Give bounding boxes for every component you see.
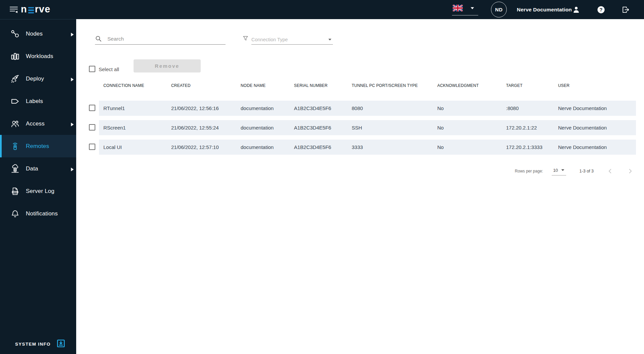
workloads-icon bbox=[10, 51, 20, 61]
select-all-label: Select all bbox=[99, 66, 119, 72]
sidebar-item-label: Labels bbox=[26, 98, 43, 105]
cell-connection-name: Local UI bbox=[103, 144, 171, 150]
help-icon: ? bbox=[597, 5, 605, 14]
hamburger-icon bbox=[9, 6, 18, 14]
logout-button[interactable] bbox=[621, 5, 630, 14]
cell-tunnel-port: 3333 bbox=[352, 144, 437, 150]
sidebar-item-label: Deploy bbox=[26, 75, 44, 82]
column-header: CREATED bbox=[171, 83, 241, 88]
row-checkbox[interactable] bbox=[89, 144, 95, 150]
cell-target: :8080 bbox=[506, 105, 558, 111]
sidebar-item-labels[interactable]: Labels bbox=[0, 90, 76, 112]
table-row-container: RTunnel1 21/06/2022, 12:56:16 documentat… bbox=[76, 101, 636, 116]
cell-target: 172.20.2.1:3333 bbox=[506, 144, 558, 150]
cell-node-name: documentation bbox=[241, 105, 294, 111]
cell-user: Nerve Documentation bbox=[558, 105, 636, 111]
submenu-arrow-icon bbox=[71, 167, 74, 171]
search-field[interactable]: Search bbox=[95, 33, 226, 45]
chevron-down-icon bbox=[470, 7, 474, 9]
language-underline bbox=[452, 15, 478, 15]
sidebar-item-notifications[interactable]: Notifications bbox=[0, 202, 76, 225]
svg-text:LOG: LOG bbox=[14, 192, 17, 193]
menu-collapse-button[interactable] bbox=[9, 6, 18, 14]
search-icon bbox=[95, 35, 102, 43]
select-all-checkbox[interactable] bbox=[89, 66, 95, 72]
table-row[interactable]: Local UI 21/06/2022, 12:57:10 documentat… bbox=[99, 140, 636, 155]
sidebar-item-remotes[interactable]: Remotes bbox=[0, 135, 76, 157]
cell-connection-name: RTunnel1 bbox=[103, 105, 171, 111]
sidebar-item-workloads[interactable]: Workloads bbox=[0, 45, 76, 67]
column-header: TUNNEL PC PORT/SCREEN TYPE bbox=[352, 83, 437, 88]
sidebar-item-server-log[interactable]: LOG Server Log bbox=[0, 180, 76, 202]
chevron-down-icon bbox=[561, 169, 564, 171]
connection-type-placeholder: Connection Type bbox=[251, 37, 288, 42]
labels-icon bbox=[10, 96, 20, 106]
remove-button[interactable]: Remove bbox=[134, 59, 201, 72]
nerve-logo: n rve bbox=[21, 4, 50, 15]
sidebar-item-data[interactable]: Data bbox=[0, 157, 76, 180]
sidebar-nav: Nodes Workloads bbox=[0, 19, 76, 225]
table-row-container: Local UI 21/06/2022, 12:57:10 documentat… bbox=[76, 140, 636, 155]
cell-created: 21/06/2022, 12:57:10 bbox=[171, 144, 241, 150]
remotes-icon bbox=[10, 141, 20, 151]
cell-acknowledgment: No bbox=[437, 105, 506, 111]
column-header: TARGET bbox=[506, 83, 558, 88]
submenu-arrow-icon bbox=[71, 77, 74, 81]
rows-per-page-label: Rows per page: bbox=[515, 169, 543, 173]
language-selector[interactable] bbox=[453, 4, 477, 15]
cell-created: 21/06/2022, 12:56:16 bbox=[171, 105, 241, 111]
pagination: Rows per page: 10 1-3 of 3 bbox=[515, 164, 634, 178]
nodes-icon bbox=[10, 29, 20, 39]
submenu-arrow-icon bbox=[71, 122, 74, 126]
sidebar-item-label: Notifications bbox=[26, 210, 58, 217]
access-icon bbox=[10, 119, 20, 129]
sidebar: Nodes Workloads bbox=[0, 19, 76, 354]
cell-serial-number: A1B2C3D4E5F6 bbox=[294, 125, 352, 131]
cell-connection-name: RScreen1 bbox=[103, 125, 171, 131]
next-page-button[interactable] bbox=[627, 167, 634, 175]
previous-page-button[interactable] bbox=[606, 167, 614, 175]
search-placeholder: Search bbox=[107, 36, 124, 42]
column-header: CONNECTION NAME bbox=[103, 83, 171, 88]
logo-text-suffix: rve bbox=[35, 4, 51, 15]
cell-acknowledgment: No bbox=[437, 144, 506, 150]
sidebar-item-label: Access bbox=[26, 120, 45, 127]
sidebar-item-label: Workloads bbox=[26, 53, 53, 60]
pagination-range: 1-3 of 3 bbox=[580, 169, 594, 173]
data-icon bbox=[10, 164, 20, 174]
sidebar-item-nodes[interactable]: Nodes bbox=[0, 22, 76, 45]
cell-node-name: documentation bbox=[241, 144, 294, 150]
sidebar-item-label: Server Log bbox=[26, 188, 54, 195]
cell-target: 172.20.2.1:22 bbox=[506, 125, 558, 131]
table-row-container: RScreen1 21/06/2022, 12:55:24 documentat… bbox=[76, 120, 636, 135]
avatar[interactable]: ND bbox=[491, 2, 507, 17]
sidebar-item-deploy[interactable]: Deploy bbox=[0, 67, 76, 90]
rows-per-page-value: 10 bbox=[553, 168, 558, 173]
cell-tunnel-port: 8080 bbox=[352, 105, 437, 111]
system-info-button[interactable]: SYSTEM INFO bbox=[15, 339, 65, 349]
row-checkbox[interactable] bbox=[89, 124, 95, 131]
table-row[interactable]: RTunnel1 21/06/2022, 12:56:16 documentat… bbox=[99, 101, 636, 116]
system-info-icon bbox=[56, 339, 65, 349]
person-icon bbox=[572, 5, 581, 14]
connection-type-select[interactable]: Connection Type bbox=[251, 35, 333, 45]
column-header: USER bbox=[558, 83, 636, 88]
sidebar-item-label: Nodes bbox=[26, 31, 43, 37]
cell-serial-number: A1B2C3D4E5F6 bbox=[294, 105, 352, 111]
table-body: RTunnel1 21/06/2022, 12:56:16 documentat… bbox=[76, 101, 636, 159]
profile-button[interactable] bbox=[572, 5, 581, 14]
rows-per-page-select[interactable]: 10 bbox=[552, 167, 566, 175]
table-row[interactable]: RScreen1 21/06/2022, 12:55:24 documentat… bbox=[99, 120, 636, 135]
sidebar-item-access[interactable]: Access bbox=[0, 112, 76, 135]
svg-text:?: ? bbox=[599, 7, 602, 12]
cell-node-name: documentation bbox=[241, 125, 294, 131]
row-checkbox[interactable] bbox=[89, 105, 95, 111]
cell-created: 21/06/2022, 12:55:24 bbox=[171, 125, 241, 131]
cell-acknowledgment: No bbox=[437, 125, 506, 131]
server-log-icon: LOG bbox=[10, 186, 20, 196]
table-header-row: CONNECTION NAME CREATED NODE NAME SERIAL… bbox=[99, 83, 636, 88]
user-name: Nerve Documentation bbox=[517, 0, 572, 19]
column-header: NODE NAME bbox=[241, 83, 294, 88]
logo-e-bars-icon bbox=[28, 5, 34, 14]
help-button[interactable]: ? bbox=[597, 5, 605, 14]
